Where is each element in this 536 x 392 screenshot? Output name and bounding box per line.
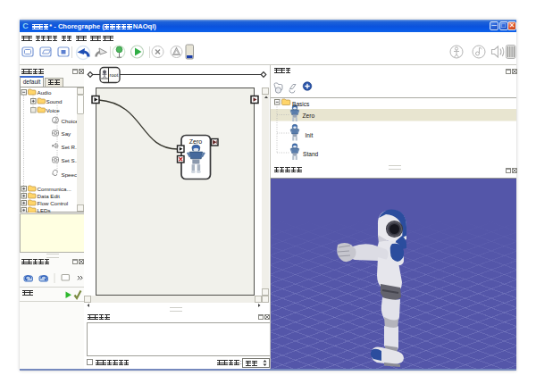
svg-text:root: root — [110, 72, 119, 78]
svg-text:Zero: Zero — [303, 113, 315, 119]
svg-text:Init: Init — [306, 132, 314, 138]
svg-text:Audio: Audio — [38, 89, 52, 96]
svg-text:Stand: Stand — [303, 151, 319, 157]
svg-text:Say: Say — [62, 130, 72, 137]
svg-text:Voice: Voice — [46, 107, 61, 113]
svg-text:Flow Control: Flow Control — [38, 200, 69, 206]
svg-text:Basics: Basics — [292, 101, 310, 107]
svg-text:Communica...: Communica... — [38, 186, 71, 192]
svg-text:Zero: Zero — [189, 138, 203, 145]
svg-text:LEDs: LEDs — [38, 207, 51, 213]
svg-text:Sound: Sound — [46, 98, 63, 104]
svg-text:Data Edit: Data Edit — [38, 193, 61, 199]
